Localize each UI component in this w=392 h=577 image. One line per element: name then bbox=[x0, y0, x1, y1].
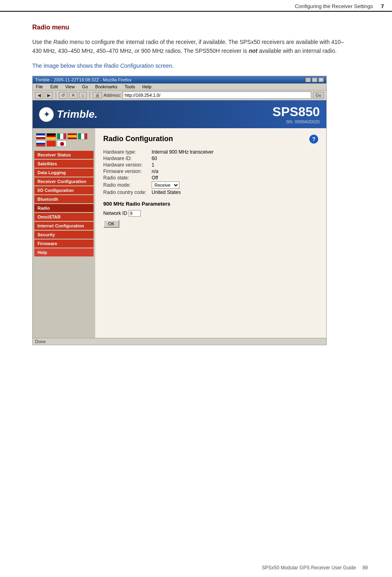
trimble-logo-icon: ✦ bbox=[39, 107, 54, 122]
close-button[interactable]: ✕ bbox=[318, 77, 324, 82]
sidebar-item-satellites[interactable]: Satellites bbox=[34, 160, 94, 168]
ok-button[interactable]: OK bbox=[103, 220, 119, 228]
flag-jp[interactable] bbox=[57, 140, 67, 147]
browser-window-buttons[interactable]: _ □ ✕ bbox=[305, 77, 324, 82]
network-id-label: Network ID bbox=[103, 210, 127, 216]
radio-state-value: Off bbox=[152, 175, 158, 181]
page-header: Configuring the Receiver Settings 7 bbox=[0, 0, 392, 12]
go-button[interactable]: Go bbox=[313, 92, 324, 98]
para1-text-before: Use the bbox=[32, 39, 53, 45]
print-button[interactable]: 🖨 bbox=[93, 92, 102, 98]
hw-type-value: Internal 900 MHz transceiver bbox=[152, 149, 213, 155]
fw-version-value: n/a bbox=[152, 169, 158, 174]
flag-uk[interactable] bbox=[36, 133, 46, 140]
serial-label: SN: bbox=[286, 119, 293, 124]
para1-italic: Radio bbox=[53, 39, 68, 45]
toolbar-separator-1 bbox=[56, 92, 56, 99]
sidebar: Receiver Status Satellites Data Logging … bbox=[33, 128, 95, 338]
hw-version-value: 1 bbox=[152, 162, 154, 168]
sidebar-item-internet-configuration[interactable]: Internet Configuration bbox=[34, 222, 94, 230]
menu-view[interactable]: View bbox=[64, 84, 77, 90]
content-panel: Radio Configuration ? Hardware type: Int… bbox=[95, 128, 326, 338]
browser-statusbar: Done bbox=[33, 338, 326, 345]
forward-button[interactable]: ▶ bbox=[45, 92, 53, 99]
hw-id-value: 60 bbox=[152, 156, 157, 161]
maximize-button[interactable]: □ bbox=[312, 77, 317, 82]
minimize-button[interactable]: _ bbox=[305, 77, 311, 82]
menu-tools[interactable]: Tools bbox=[123, 84, 137, 90]
country-code-label: Radio country code: bbox=[103, 190, 152, 195]
info-row-country-code: Radio country code: United States bbox=[103, 190, 318, 195]
address-input[interactable] bbox=[123, 92, 311, 99]
menu-bookmarks[interactable]: Bookmarks bbox=[94, 84, 119, 90]
trimble-logo: ✦ Trimble. bbox=[39, 107, 98, 122]
address-bar: Address: bbox=[104, 92, 312, 99]
menu-help[interactable]: Help bbox=[141, 84, 153, 90]
flag-cn[interactable] bbox=[46, 140, 56, 147]
info-row-hardware-type: Hardware type: Internal 900 MHz transcei… bbox=[103, 149, 318, 155]
network-id-input[interactable] bbox=[129, 210, 141, 217]
radio-mode-label: Radio mode: bbox=[103, 182, 152, 188]
back-button[interactable]: ◀ bbox=[35, 92, 43, 99]
para1-end: available with an internal radio. bbox=[257, 48, 336, 54]
screenshot-container: Trimble - 2005-11-22T16:08:32Z - Mozilla… bbox=[32, 76, 327, 345]
para1-bold-italic: not bbox=[249, 48, 258, 54]
trimble-serial: SN: 9999A00025 bbox=[273, 119, 320, 124]
hw-version-label: Hardware version: bbox=[103, 162, 152, 168]
browser-titlebar: Trimble - 2005-11-22T16:08:32Z - Mozilla… bbox=[33, 76, 326, 83]
trimble-logo-text: Trimble. bbox=[57, 108, 98, 121]
browser-title: Trimble - 2005-11-22T16:08:32Z - Mozilla… bbox=[35, 77, 131, 82]
radio-mode-row: Radio mode: Receive Transmit bbox=[103, 181, 318, 189]
serial-number: 9999A00025 bbox=[295, 119, 320, 124]
para2-before: The image below shows the bbox=[32, 62, 104, 69]
menu-edit[interactable]: Edit bbox=[49, 84, 60, 90]
info-row-radio-state: Radio state: Off bbox=[103, 175, 318, 181]
sidebar-item-radio[interactable]: Radio bbox=[34, 204, 94, 212]
section-heading: Radio menu bbox=[32, 24, 368, 31]
footer-page-number: 89 bbox=[363, 565, 368, 571]
browser-toolbar: ◀ ▶ ↺ ✕ ⌂ 🖨 Address: Go bbox=[33, 90, 326, 100]
sidebar-item-data-logging[interactable]: Data Logging bbox=[34, 169, 94, 177]
reload-button[interactable]: ↺ bbox=[59, 92, 67, 99]
chapter-title: Configuring the Receiver Settings bbox=[295, 3, 373, 9]
page-number: 7 bbox=[381, 3, 384, 9]
flag-ru[interactable] bbox=[36, 140, 46, 147]
flags-row bbox=[33, 131, 95, 150]
section-900-heading: 900 MHz Radio Parameters bbox=[103, 201, 318, 207]
stop-button[interactable]: ✕ bbox=[69, 92, 77, 99]
sidebar-item-help[interactable]: Help bbox=[34, 248, 94, 256]
info-row-hardware-version: Hardware version: 1 bbox=[103, 162, 318, 168]
footer-guide-text: SPSx50 Modular GPS Receiver User Guide bbox=[262, 565, 356, 571]
menu-go[interactable]: Go bbox=[80, 84, 90, 90]
sidebar-item-omnistar[interactable]: OmniSTAR bbox=[34, 213, 94, 221]
toolbar-separator-2 bbox=[90, 92, 90, 99]
radio-config-title: Radio Configuration bbox=[103, 135, 173, 143]
flag-es[interactable] bbox=[67, 133, 77, 140]
page-footer: SPSx50 Modular GPS Receiver User Guide 8… bbox=[262, 565, 368, 571]
trimble-header: ✦ Trimble. SPS850 SN: 9999A00025 bbox=[33, 100, 326, 128]
info-row-hardware-id: Hardware ID: 60 bbox=[103, 156, 318, 161]
hw-id-label: Hardware ID: bbox=[103, 156, 152, 161]
menu-file[interactable]: File bbox=[34, 84, 45, 90]
home-button[interactable]: ⌂ bbox=[79, 92, 87, 98]
flag-it2[interactable] bbox=[78, 133, 88, 140]
radio-state-label: Radio state: bbox=[103, 175, 152, 181]
radio-mode-select[interactable]: Receive Transmit bbox=[152, 181, 179, 189]
flag-de[interactable] bbox=[46, 133, 56, 140]
sidebar-item-receiver-configuration[interactable]: Receiver Configuration bbox=[34, 177, 94, 185]
browser-menubar: File Edit View Go Bookmarks Tools Help bbox=[33, 83, 326, 90]
paragraph-1: Use the Radio menu to configure the inte… bbox=[32, 37, 347, 56]
main-content: Radio menu Use the Radio menu to configu… bbox=[0, 12, 392, 357]
sidebar-item-receiver-status[interactable]: Receiver Status bbox=[34, 151, 94, 159]
flag-it[interactable] bbox=[57, 133, 67, 140]
sidebar-item-bluetooth[interactable]: Bluetooth bbox=[34, 195, 94, 203]
sidebar-item-firmware[interactable]: Firmware bbox=[34, 240, 94, 248]
info-row-firmware-version: Firmware version: n/a bbox=[103, 169, 318, 174]
hw-type-label: Hardware type: bbox=[103, 149, 152, 155]
network-id-row: Network ID bbox=[103, 210, 318, 217]
sidebar-item-io-configuration[interactable]: I/O Configuration bbox=[34, 186, 94, 194]
info-table: Hardware type: Internal 900 MHz transcei… bbox=[103, 149, 318, 195]
sidebar-item-security[interactable]: Security bbox=[34, 231, 94, 239]
fw-version-label: Firmware version: bbox=[103, 169, 152, 174]
help-icon[interactable]: ? bbox=[309, 135, 318, 144]
